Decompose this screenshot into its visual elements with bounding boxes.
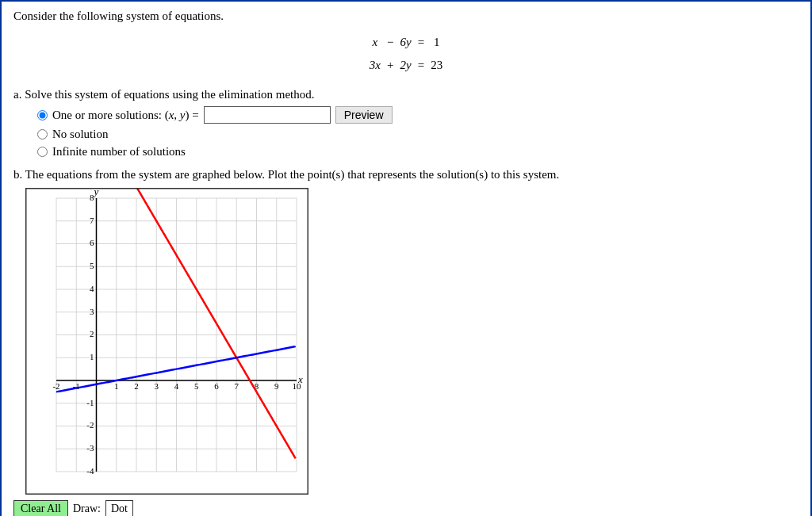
graph-canvas[interactable] [25, 188, 308, 495]
option1-row: One or more solutions: (x, y) = Preview [37, 106, 799, 124]
part-b-label: b. The equations from the system are gra… [13, 168, 799, 182]
part-a-label: a. Solve this system of equations using … [13, 88, 799, 101]
option1-text: One or more solutions: (x, y) = [52, 109, 199, 122]
option1-radio[interactable] [37, 110, 48, 120]
option3-radio[interactable] [37, 147, 48, 157]
dot-label: Dot [105, 500, 133, 516]
eq1-equals: = [418, 36, 424, 48]
option2-text: No solution [52, 128, 108, 141]
eq2-equals: = [418, 59, 424, 71]
graph-container [25, 188, 327, 497]
option3-row: Infinite number of solutions [37, 145, 799, 159]
solution-input[interactable] [204, 106, 331, 124]
eq1-val: 1 [434, 36, 440, 48]
eq2-val: 23 [431, 59, 442, 71]
preview-button[interactable]: Preview [335, 106, 393, 124]
option3-text: Infinite number of solutions [52, 145, 186, 159]
answer-options: One or more solutions: (x, y) = Preview … [37, 106, 799, 159]
eq1-var2: 6y [400, 36, 412, 48]
bottom-bar: Clear All Draw: Dot [13, 500, 799, 516]
option2-radio[interactable] [37, 129, 48, 140]
eq1-var1: x [373, 36, 378, 48]
eq2-plus: + [387, 59, 393, 71]
clear-all-button[interactable]: Clear All [13, 500, 68, 516]
eq1-minus: − [387, 36, 393, 48]
equations-block: x − 6y = 1 3x + 2y = 23 [13, 31, 799, 77]
eq2-var1: 3x [370, 59, 381, 71]
eq2-var2: 2y [400, 59, 412, 71]
intro-text: Consider the following system of equatio… [13, 10, 799, 23]
option2-row: No solution [37, 128, 799, 141]
draw-label: Draw: [73, 503, 101, 515]
